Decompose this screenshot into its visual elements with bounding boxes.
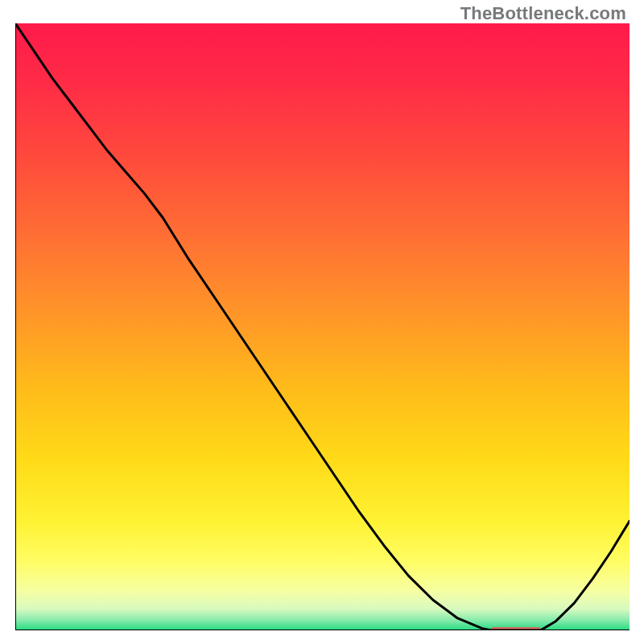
watermark-text: TheBottleneck.com — [460, 3, 626, 24]
chart-gradient-background — [15, 23, 630, 630]
bottleneck-curve-chart — [15, 23, 630, 630]
chart-container — [15, 23, 630, 630]
